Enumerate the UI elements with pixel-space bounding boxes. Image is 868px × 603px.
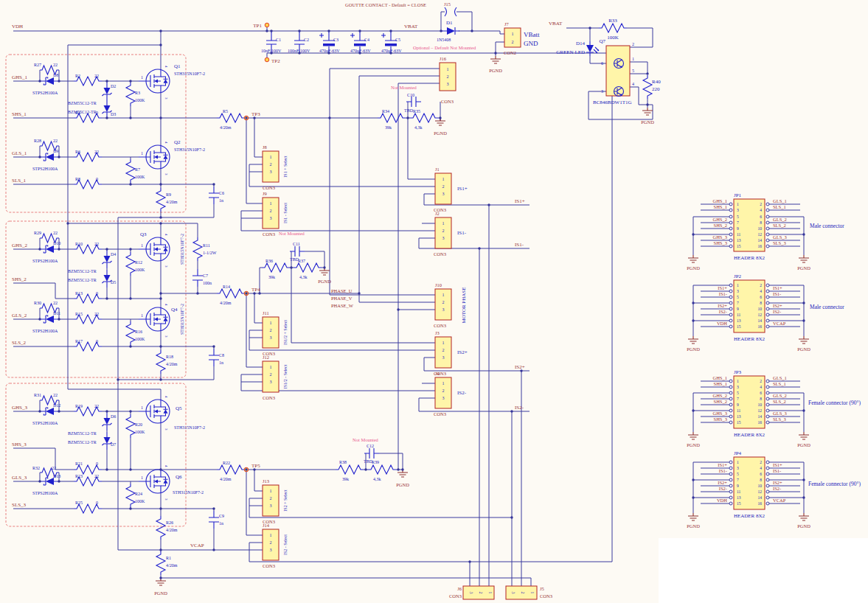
resistor-r33[interactable] [599, 24, 627, 32]
capacitor-c10[interactable] [406, 97, 421, 107]
testpoint-tp2[interactable] [265, 57, 269, 62]
connector-j16[interactable]: 1 2 3 [440, 63, 456, 91]
jumper-j15[interactable] [445, 7, 456, 16]
connector-j10[interactable]: 1 2 3 [435, 289, 451, 320]
ref-j13: J13 [263, 478, 269, 484]
connector-j4[interactable]: 1 2 3 [435, 377, 451, 408]
resistor-r18[interactable] [156, 350, 165, 374]
diode-d12[interactable] [40, 408, 59, 415]
connector-j6[interactable]: 3 2 1 [463, 586, 494, 599]
svg-text:7: 7 [737, 478, 739, 482]
resistor-r22[interactable] [217, 465, 245, 474]
resistor-r39[interactable] [368, 465, 396, 474]
ref-r17: R17 [75, 339, 83, 344]
label-j14-select: IS2 - Select [283, 534, 288, 555]
resistor-r12[interactable] [126, 252, 135, 276]
svg-text:16: 16 [758, 420, 763, 425]
ref-q1: Q1 [174, 63, 181, 69]
resistor-r5[interactable] [217, 114, 245, 122]
testpoint-tp1[interactable] [265, 23, 269, 27]
mosfet-q2[interactable] [139, 145, 170, 169]
resistor-r7[interactable] [126, 159, 135, 183]
resistor-r1[interactable] [156, 551, 165, 575]
connector-j8[interactable]: 1 2 3 [263, 151, 279, 182]
resistor-r26[interactable] [156, 516, 165, 540]
capacitor-c9[interactable] [209, 511, 219, 529]
pin-label: 1 [141, 475, 143, 480]
connector-j11[interactable]: 1 2 3 [263, 317, 279, 348]
resistor-r38[interactable] [336, 465, 364, 474]
mosfet-q1[interactable] [139, 69, 170, 93]
diode-d11[interactable] [40, 316, 59, 323]
diode-d13[interactable] [40, 478, 59, 485]
svg-text:7: 7 [737, 301, 739, 305]
resistor-r40[interactable] [643, 75, 652, 99]
connector-j9[interactable]: 1 2 3 [263, 198, 279, 229]
diode-d8[interactable] [40, 77, 59, 85]
svg-text:11: 11 [737, 313, 741, 317]
resistor-r34[interactable] [378, 114, 406, 122]
ref-j12: J12 [263, 355, 269, 360]
connector-j3[interactable]: 1 2 3 [435, 337, 451, 368]
resistor-r20[interactable] [126, 414, 135, 438]
pgnd-symbol [490, 56, 501, 63]
connector-j2[interactable]: 1 2 3 [435, 217, 451, 248]
ref-r26: R26 [166, 520, 173, 525]
capacitor-c6[interactable] [209, 187, 219, 204]
header-type: HEADER 8X2 [734, 336, 765, 342]
connector-j14[interactable]: 1 2 3 [263, 529, 279, 560]
diode-d10[interactable] [40, 245, 59, 253]
svg-text:13: 13 [737, 414, 741, 419]
transistor-q7[interactable] [606, 46, 630, 96]
svg-text:14: 14 [758, 238, 763, 243]
header-pin-net: GLS_1 [773, 198, 787, 203]
pin-label: 1 [442, 293, 445, 297]
connector-j13[interactable]: 1 2 3 [263, 485, 279, 516]
resistor-r3[interactable] [126, 83, 135, 106]
value-r27: 22 [53, 63, 58, 67]
resistor-r36[interactable] [262, 263, 290, 272]
capacitor-c8[interactable] [209, 349, 219, 366]
ref-r6: R6 [75, 150, 80, 154]
pin-label: 1 [270, 201, 272, 206]
value-r33: 100K [607, 35, 619, 41]
label-j13-select: IS2 + Select [283, 489, 288, 512]
type-j12: CON3 [263, 395, 275, 400]
resistor-r14[interactable] [217, 289, 245, 298]
value-q6: STH315N10F7-2 [173, 490, 204, 495]
value-c10: TBD [404, 108, 414, 113]
resistor-r9[interactable] [156, 188, 165, 212]
connector-j1[interactable]: 1 2 3 [435, 173, 451, 204]
pin-label: 4 [632, 82, 634, 86]
value-r3: 100K [135, 98, 145, 102]
mosfet-q5[interactable] [139, 400, 170, 423]
diode-d1[interactable] [442, 27, 459, 35]
resistor-r25[interactable] [74, 504, 102, 513]
capacitor-c12[interactable] [364, 448, 379, 459]
ref-r33: R33 [608, 18, 617, 24]
capacitor-c11[interactable] [290, 246, 305, 257]
note-goutte-contact: GOUTTE CONTACT - Default = CLOSE [345, 2, 426, 7]
resistor-r21[interactable] [74, 465, 102, 474]
connector-j5[interactable]: 3 2 1 [506, 586, 537, 599]
mosfet-q4[interactable] [139, 307, 170, 331]
svg-text:10: 10 [758, 226, 763, 231]
net-label-phase-v: PHASE_V [331, 296, 353, 301]
resistor-r11[interactable] [193, 237, 202, 261]
led-d14[interactable] [586, 41, 599, 56]
header-pin-net: IS1+ [718, 462, 727, 467]
capacitor-c7[interactable] [192, 269, 203, 287]
zener-d7[interactable] [103, 432, 112, 450]
connector-j7[interactable]: 1 2 [504, 28, 521, 47]
diode-d9[interactable] [40, 153, 59, 161]
note-female-connector: Female connector (90°) [808, 400, 861, 406]
resistor-r24[interactable] [126, 484, 135, 507]
mosfet-q3[interactable] [139, 237, 170, 261]
resistor-r37[interactable] [294, 263, 322, 272]
connector-j12[interactable]: 1 2 3 [263, 361, 279, 392]
mosfet-q6[interactable] [139, 470, 170, 493]
resistor-r16[interactable] [126, 321, 135, 345]
type-j7: CON2 [504, 50, 516, 55]
resistor-r35[interactable] [410, 114, 438, 122]
zener-d5[interactable] [103, 270, 112, 287]
